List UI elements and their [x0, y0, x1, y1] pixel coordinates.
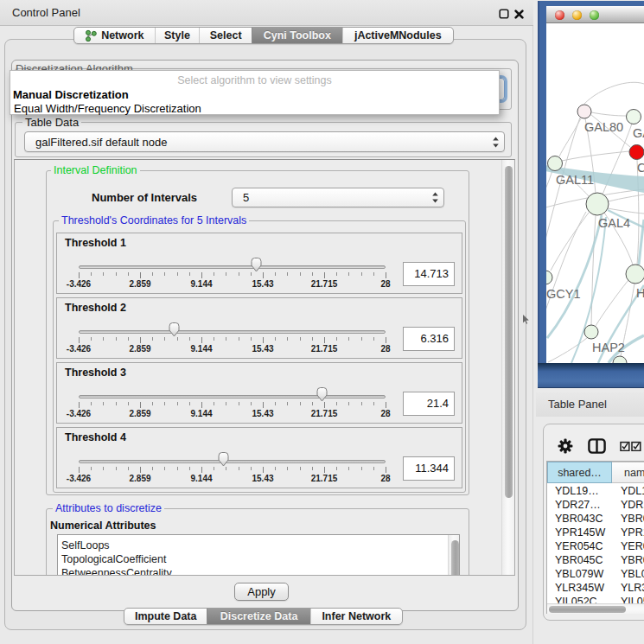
tab-network[interactable]: Network — [74, 28, 155, 43]
threshold-3-slider-thumb[interactable] — [316, 386, 328, 403]
table-row[interactable]: YER054CYER05 — [547, 539, 644, 553]
table-row[interactable]: YBL079WYBL07 — [547, 567, 644, 581]
threshold-4-slider-thumb[interactable] — [217, 451, 230, 468]
tab-jactivemnodules[interactable]: jActiveMNodules — [342, 28, 453, 43]
threshold-3-value-field[interactable]: 21.4 — [403, 392, 455, 416]
column-header-name[interactable]: name — [612, 462, 644, 483]
number-of-intervals-value: 5 — [233, 191, 431, 204]
threshold-1-slider-thumb[interactable] — [250, 257, 263, 273]
table-hscrollbar[interactable] — [547, 603, 644, 614]
table-data-combobox[interactable]: galFiltered.sif default node — [24, 131, 505, 152]
list-scrollbar[interactable] — [448, 535, 459, 576]
svg-text:GCY1: GCY1 — [546, 287, 581, 301]
threshold-1-label: Threshold 1 — [65, 237, 126, 249]
dropdown-item-manual-discretization[interactable]: Manual Discretization — [10, 88, 499, 101]
svg-text:C: C — [637, 161, 644, 175]
numerical-attributes-label: Numerical Attributes — [50, 520, 156, 532]
threshold-1-slider-track[interactable] — [79, 265, 386, 269]
network-icon — [85, 29, 97, 42]
table-row[interactable]: YBR043CYBR04 — [547, 512, 644, 526]
threshold-2-slider-thumb[interactable] — [168, 322, 181, 338]
slider-tick-labels: -3.426 2.859 9.144 15.43 21.715 28 — [79, 409, 386, 420]
svg-text:GAL4: GAL4 — [598, 216, 630, 230]
settings-scrollbar-thumb[interactable] — [505, 166, 513, 498]
tab-impute-data[interactable]: Impute Data — [124, 609, 207, 624]
slider-major-ticks — [79, 467, 387, 473]
dropdown-item-placeholder[interactable]: Select algorithm to view settings — [10, 74, 499, 86]
table-row[interactable]: YPR145WYPR14 — [547, 526, 644, 539]
apply-button[interactable]: Apply — [234, 583, 289, 601]
list-item[interactable]: TopologicalCoefficient — [58, 552, 459, 566]
threshold-4-label: Threshold 4 — [65, 431, 126, 443]
network-window-frame-bottom — [538, 363, 644, 388]
close-icon[interactable] — [513, 8, 525, 20]
tab-discretize-data[interactable]: Discretize Data — [207, 609, 309, 624]
network-svg: GAL80GACGAL11GAL4GCY1HHAP2 — [546, 23, 644, 363]
svg-text:GAL80: GAL80 — [584, 120, 623, 134]
float-window-icon[interactable] — [498, 8, 510, 20]
tab-infer-network[interactable]: Infer Network — [310, 609, 402, 624]
slider-tick-labels: -3.426 2.859 9.144 15.43 21.715 28 — [79, 344, 386, 355]
node-table: shared… name YDL19…YDL19 YDR27…YDR27 YBR… — [546, 461, 644, 614]
gear-icon[interactable] — [558, 438, 573, 454]
table-row[interactable]: YLR345WYLR34 — [547, 581, 644, 595]
algorithm-dropdown-popup: Select algorithm to view settings Manual… — [10, 70, 500, 115]
threshold-1-panel: Threshold 1 -3.426 2.859 9.144 15.43 21.… — [56, 233, 462, 294]
dropdown-item-equal-width[interactable]: Equal Width/Frequency Discretization — [10, 102, 499, 115]
list-item[interactable]: SelfLoops — [58, 535, 459, 552]
table-row[interactable]: YDL19…YDL19 — [547, 484, 644, 498]
tab-cyni-toolbox[interactable]: Cyni Toolbox — [252, 28, 342, 43]
tab-style[interactable]: Style — [155, 28, 200, 43]
checkbox-icon[interactable] — [631, 441, 641, 451]
number-of-intervals-combobox[interactable]: 5 — [232, 188, 444, 207]
split-panel-icon[interactable] — [588, 438, 606, 454]
slider-tick-labels: -3.426 2.859 9.144 15.43 21.715 28 — [79, 474, 386, 485]
table-data-combobox-value: galFiltered.sif default node — [25, 136, 492, 149]
threshold-2-slider-track[interactable] — [79, 330, 386, 334]
network-window-titlebar[interactable] — [546, 6, 644, 23]
network-canvas[interactable]: GAL80GACGAL11GAL4GCY1HHAP2 — [546, 23, 644, 363]
table-data-group-title: Table Data — [22, 116, 81, 129]
svg-text:GA: GA — [633, 126, 644, 140]
close-traffic-light[interactable] — [555, 10, 564, 20]
slider-major-ticks — [79, 337, 387, 343]
threshold-3-label: Threshold 3 — [65, 367, 126, 379]
minimize-traffic-light[interactable] — [572, 10, 582, 20]
threshold-2-panel: Threshold 2 -3.426 2.859 9.144 15.43 21.… — [56, 297, 462, 359]
control-panel-titlebar: Control Panel — [0, 0, 533, 26]
table-row[interactable]: YBR045CYBR04 — [547, 553, 644, 567]
combo-stepper-icon — [431, 191, 439, 204]
table-panel-titlebar: Table Panel — [536, 392, 644, 417]
threshold-4-value-field[interactable]: 11.344 — [403, 456, 455, 481]
interval-definition-group: Interval Definition Number of Intervals … — [46, 170, 469, 495]
tab-select[interactable]: Select — [199, 28, 252, 43]
column-header-shared-name[interactable]: shared… — [547, 462, 612, 483]
control-panel-tabbar: Network Style Select Cyni Toolbox jActiv… — [73, 27, 454, 44]
table-row[interactable]: YDR27…YDR27 — [547, 498, 644, 512]
checkbox-icon[interactable] — [620, 441, 630, 451]
mouse-cursor — [522, 315, 530, 325]
attributes-group-title: Attributes to discretize — [53, 502, 164, 515]
slider-major-ticks — [79, 402, 387, 408]
tab-network-label: Network — [101, 29, 143, 41]
combo-stepper-icon — [492, 136, 500, 149]
threshold-2-value-field[interactable]: 6.316 — [403, 327, 455, 351]
svg-text:H: H — [636, 286, 644, 300]
table-hscrollbar-thumb[interactable] — [549, 606, 626, 613]
threshold-1-value-field[interactable]: 14.713 — [403, 262, 455, 286]
settings-scrollpane: Interval Definition Number of Intervals … — [14, 159, 515, 576]
threshold-4-panel: Threshold 4 -3.426 2.859 9.144 15.43 21.… — [56, 427, 462, 488]
control-panel-window: Control Panel Network Style Select Cyni … — [0, 0, 533, 644]
app-stage: { "window": { "title": "Control Panel" }… — [0, 0, 644, 644]
threshold-3-slider-track[interactable] — [79, 395, 386, 399]
zoom-traffic-light[interactable] — [590, 10, 599, 20]
attributes-group: Attributes to discretize Numerical Attri… — [46, 508, 469, 576]
settings-scrollbar[interactable] — [501, 160, 514, 575]
threshold-4-slider-track[interactable] — [79, 460, 386, 463]
list-item[interactable]: BetweennessCentrality — [58, 566, 459, 576]
svg-text:HAP2: HAP2 — [592, 341, 625, 354]
numerical-attributes-list[interactable]: SelfLoops TopologicalCoefficient Between… — [57, 534, 460, 576]
thresholds-group: Threshold's Coordinates for 5 Intervals … — [53, 220, 466, 493]
thresholds-group-title: Threshold's Coordinates for 5 Intervals — [59, 214, 249, 227]
list-scrollbar-thumb[interactable] — [451, 540, 459, 576]
